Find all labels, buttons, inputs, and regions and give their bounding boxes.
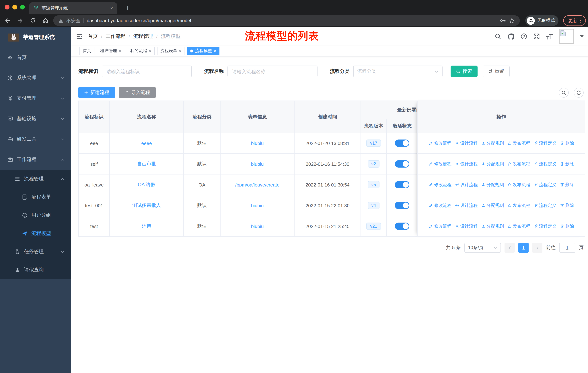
action-publish-process[interactable]: 发布流程 xyxy=(507,181,530,188)
tag-close-icon[interactable]: × xyxy=(214,49,216,53)
category-select[interactable]: 流程分类 xyxy=(353,66,442,77)
page-size-select[interactable]: 10条/页 xyxy=(464,242,501,253)
breadcrumb-item[interactable]: 工作流程 xyxy=(106,33,126,40)
search-icon[interactable] xyxy=(495,33,501,40)
action-delete[interactable]: 删除 xyxy=(560,223,574,229)
action-publish-process[interactable]: 发布流程 xyxy=(507,161,530,167)
process-name-input[interactable] xyxy=(228,66,317,77)
active-status-toggle[interactable] xyxy=(395,160,409,168)
action-delete[interactable]: 删除 xyxy=(560,161,574,167)
action-edit-process[interactable]: 修改流程 xyxy=(429,181,452,188)
action-assign-rule[interactable]: 分配规则 xyxy=(481,181,504,188)
create-process-button[interactable]: 新建流程 xyxy=(78,87,115,98)
sidebar-item-task[interactable]: 任务管理 xyxy=(0,242,71,261)
action-delete[interactable]: 删除 xyxy=(560,202,574,209)
minimize-window-button[interactable] xyxy=(12,5,17,10)
tag-item[interactable]: 首页 xyxy=(79,47,94,55)
version-badge[interactable]: v21 xyxy=(367,222,381,230)
window-controls[interactable] xyxy=(5,5,25,10)
action-assign-rule[interactable]: 分配规则 xyxy=(481,161,504,167)
refresh-table-button[interactable] xyxy=(574,88,584,97)
action-publish-process[interactable]: 发布流程 xyxy=(507,223,530,229)
close-window-button[interactable] xyxy=(5,5,10,10)
sidebar-item-yen[interactable]: 支付管理 xyxy=(0,88,71,109)
action-process-definition[interactable]: 流程定义 xyxy=(534,181,556,188)
goto-page-input[interactable] xyxy=(559,242,575,253)
version-badge[interactable]: v17 xyxy=(367,140,381,147)
tag-item[interactable]: 流程表单× xyxy=(157,47,185,55)
active-status-toggle[interactable] xyxy=(395,181,409,188)
cell-process-name-link[interactable]: OA 请假 xyxy=(138,182,155,187)
cell-process-name-link[interactable]: 滔博 xyxy=(142,223,151,229)
avatar-dropdown-caret-icon[interactable] xyxy=(580,35,584,38)
browser-tab[interactable]: 芋道管理系统 × xyxy=(29,2,117,14)
browser-update-button[interactable]: 更新 xyxy=(563,15,586,26)
process-key-input[interactable] xyxy=(102,66,192,77)
action-process-definition[interactable]: 流程定义 xyxy=(534,202,556,209)
cell-process-name-link[interactable]: 测试多审批人 xyxy=(132,202,161,208)
sidebar-item-flow[interactable]: 流程管理 xyxy=(0,170,71,188)
show-search-toggle-button[interactable] xyxy=(559,88,569,97)
sidebar-item-plane[interactable]: 流程模型 xyxy=(0,224,71,242)
action-assign-rule[interactable]: 分配规则 xyxy=(481,223,504,229)
current-page-button[interactable]: 1 xyxy=(518,242,529,253)
sidebar-item-group[interactable]: 用户分组 xyxy=(0,206,71,224)
back-icon[interactable] xyxy=(4,17,10,23)
action-design-process[interactable]: 设计流程 xyxy=(455,140,478,146)
prev-page-button[interactable] xyxy=(504,242,515,253)
version-badge[interactable]: v4 xyxy=(368,202,379,209)
sidebar-item-home[interactable]: 首页 xyxy=(0,47,71,68)
action-edit-process[interactable]: 修改流程 xyxy=(429,140,452,146)
user-avatar-broken-image[interactable] xyxy=(559,29,574,44)
sidebar-item-infra[interactable]: 基础设施 xyxy=(0,109,71,129)
action-design-process[interactable]: 设计流程 xyxy=(455,161,478,167)
cell-form-link[interactable]: biubiu xyxy=(251,203,263,208)
tag-close-icon[interactable]: × xyxy=(119,49,121,53)
address-bar[interactable]: 不安全 dashboard.yudao.iocoder.cn/bpm/manag… xyxy=(53,15,520,26)
action-publish-process[interactable]: 发布流程 xyxy=(507,202,530,209)
action-design-process[interactable]: 设计流程 xyxy=(455,223,478,229)
browser-menu-icon[interactable] xyxy=(580,19,581,23)
sidebar-item-tool[interactable]: 研发工具 xyxy=(0,129,71,149)
action-design-process[interactable]: 设计流程 xyxy=(455,181,478,188)
action-process-definition[interactable]: 流程定义 xyxy=(534,161,556,167)
cell-process-name-link[interactable]: 自己审批 xyxy=(137,161,156,166)
sidebar-item-user[interactable]: 请假查询 xyxy=(0,261,71,279)
active-status-toggle[interactable] xyxy=(395,202,409,209)
font-size-icon[interactable] xyxy=(546,33,553,40)
version-badge[interactable]: v5 xyxy=(368,181,379,188)
action-edit-process[interactable]: 修改流程 xyxy=(429,223,452,229)
sidebar-item-form[interactable]: 流程表单 xyxy=(0,188,71,206)
collapse-sidebar-icon[interactable] xyxy=(76,33,83,40)
forward-icon[interactable] xyxy=(17,17,23,23)
zoom-window-button[interactable] xyxy=(20,5,25,10)
new-tab-button[interactable]: + xyxy=(123,3,133,13)
cell-form-link[interactable]: biubiu xyxy=(251,223,263,229)
action-edit-process[interactable]: 修改流程 xyxy=(429,161,452,167)
action-assign-rule[interactable]: 分配规则 xyxy=(481,202,504,209)
action-publish-process[interactable]: 发布流程 xyxy=(507,140,530,146)
action-delete[interactable]: 删除 xyxy=(560,181,574,188)
action-process-definition[interactable]: 流程定义 xyxy=(534,140,556,146)
cell-process-name-link[interactable]: eeee xyxy=(141,141,152,146)
active-status-toggle[interactable] xyxy=(395,140,409,147)
action-delete[interactable]: 删除 xyxy=(560,140,574,146)
cell-form-link[interactable]: /bpm/oa/leave/create xyxy=(235,182,280,187)
tag-close-icon[interactable]: × xyxy=(179,49,181,53)
home-icon[interactable] xyxy=(42,17,49,23)
tag-active[interactable]: 流程模型× xyxy=(187,47,220,55)
tag-item[interactable]: 我的流程× xyxy=(127,47,155,55)
active-status-toggle[interactable] xyxy=(395,222,409,230)
action-assign-rule[interactable]: 分配规则 xyxy=(481,140,504,146)
security-label[interactable]: 不安全 xyxy=(66,17,81,24)
reload-icon[interactable] xyxy=(30,18,36,23)
tag-close-icon[interactable]: × xyxy=(149,49,151,53)
fullscreen-icon[interactable] xyxy=(533,33,540,40)
action-design-process[interactable]: 设计流程 xyxy=(455,202,478,209)
bookmark-star-icon[interactable] xyxy=(509,18,515,23)
import-process-button[interactable]: 导入流程 xyxy=(119,87,156,98)
cell-form-link[interactable]: biubiu xyxy=(251,161,263,167)
cell-form-link[interactable]: biubiu xyxy=(251,141,263,146)
action-process-definition[interactable]: 流程定义 xyxy=(534,223,556,229)
github-icon[interactable] xyxy=(507,33,514,40)
